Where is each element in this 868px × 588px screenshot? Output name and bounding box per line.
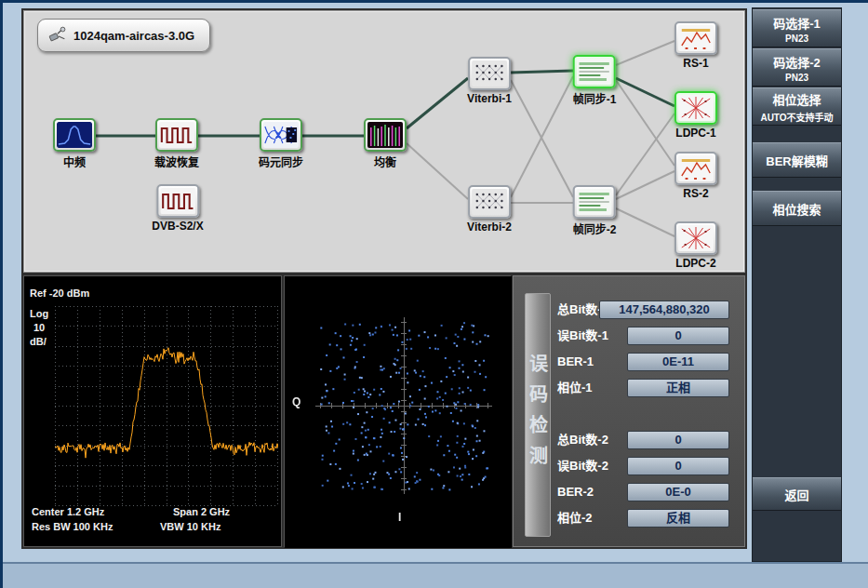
node-if[interactable]: 中频 (53, 118, 96, 169)
if-spectrum-icon (53, 118, 96, 152)
signal-title-button[interactable]: 1024qam-aircas-3.0G (37, 19, 210, 52)
frame-sync-icon (573, 185, 616, 219)
spectrum-analyzer-panel: Ref -20 dBm Log 10 dB/ Center 1.2 GHz Sp… (23, 275, 282, 547)
ldpc-decoder-icon (674, 91, 717, 125)
rs-decoder-icon (674, 152, 717, 185)
node-label: LDPC-1 (674, 127, 717, 140)
node-label: DVB-S2/X (152, 220, 203, 233)
node-label: Viterbi-1 (467, 92, 512, 105)
node-label: LDPC-2 (674, 257, 717, 270)
node-label: 载波恢复 (154, 154, 199, 169)
button-label: 码选择-2 (773, 53, 821, 71)
node-viterbi-2[interactable]: Viterbi-2 (467, 185, 512, 234)
pulse-waveform-icon (156, 184, 199, 218)
node-ldpc-2[interactable]: LDPC-2 (674, 221, 717, 270)
node-carrier-recovery[interactable]: 载波恢复 (154, 118, 199, 169)
node-label: 中频 (53, 154, 96, 169)
i-axis-label: I (398, 511, 401, 524)
function-sidebar: 码选择-1 PN23 码选择-2 PN23 相位选择 AUTO不支持手动 BER… (752, 7, 842, 562)
spectrum-vbw-label: VBW 10 KHz (160, 521, 220, 532)
ber-row-label: BER-2 (557, 483, 594, 501)
trellis-icon (468, 185, 511, 219)
main-frame: 1024qam-aircas-3.0G (21, 8, 747, 549)
sidebar-button-phase-search[interactable]: 相位搜索 (753, 191, 841, 226)
ber-row-label: 相位-1 (557, 379, 593, 397)
satellite-icon (47, 25, 68, 46)
spectrum-center-label: Center 1.2 GHz (32, 506, 104, 517)
frame-sync-icon (573, 55, 616, 88)
ldpc-decoder-icon (674, 221, 717, 255)
ber-row-value: 正相 (627, 379, 729, 397)
q-axis-label: Q (292, 395, 300, 408)
ber-detection-panel: 误码检测 总Bit数-1 147,564,880,320 误Bit数-1 0 B… (513, 275, 745, 547)
ber-row-label: BER-1 (557, 353, 594, 371)
spectrum-span-label: Span 2 GHz (173, 506, 230, 517)
eye-diagram-icon (260, 118, 302, 152)
signal-title-label: 1024qam-aircas-3.0G (73, 29, 194, 43)
flowgraph-panel: 1024qam-aircas-3.0G (23, 10, 745, 273)
constellation-panel: Q I (284, 275, 511, 547)
node-equalizer[interactable]: 均衡 (364, 118, 407, 169)
spectrum-trace-display (55, 306, 278, 506)
spectrum-scale-value: 10 (33, 322, 45, 333)
ber-row-label: 总Bit数-2 (557, 431, 608, 449)
rs-decoder-icon (674, 21, 717, 55)
comb-spectrum-icon (364, 118, 407, 152)
ber-row-value: 0E-0 (627, 483, 729, 501)
pulse-waveform-icon (155, 118, 198, 152)
node-label: 码元同步 (259, 154, 303, 169)
back-button[interactable]: 返回 (753, 477, 841, 511)
spectrum-log-label: Log (30, 308, 48, 319)
node-label: 帧同步-2 (573, 220, 617, 236)
sidebar-button-code-select-2[interactable]: 码选择-2 PN23 (753, 48, 841, 87)
node-label: 均衡 (364, 154, 407, 169)
ber-row-value: 0 (627, 431, 729, 449)
ber-row-label: 相位-2 (557, 509, 593, 528)
trellis-icon (468, 57, 511, 90)
ber-row-value: 反相 (627, 509, 729, 528)
sidebar-button-phase-select[interactable]: 相位选择 AUTO不支持手动 (753, 87, 841, 126)
spectrum-scale-unit: dB/ (30, 336, 47, 347)
app-window: 1024qam-aircas-3.0G (0, 0, 868, 588)
button-sublabel: AUTO不支持手动 (760, 110, 833, 124)
ber-vertical-title: 误码检测 (525, 293, 551, 537)
node-frame-sync-1[interactable]: 帧同步-1 (573, 55, 617, 106)
bottom-status-bar (3, 562, 868, 588)
node-ldpc-1[interactable]: LDPC-1 (674, 91, 717, 140)
ber-row-label: 误Bit数-2 (557, 457, 608, 475)
sidebar-button-ber-deambiguity[interactable]: BER解模糊 (753, 142, 841, 178)
node-label: Viterbi-2 (467, 220, 512, 234)
ber-row-value: 0E-11 (627, 353, 729, 371)
button-label: BER解模糊 (766, 152, 827, 169)
spectrum-rbw-label: Res BW 100 KHz (32, 521, 113, 532)
constellation-display (285, 276, 512, 548)
node-rs-2[interactable]: RS-2 (674, 152, 717, 200)
spectrum-ref-label: Ref -20 dBm (30, 287, 89, 299)
node-viterbi-1[interactable]: Viterbi-1 (467, 57, 512, 105)
button-sublabel: PN23 (785, 33, 808, 44)
node-label: RS-2 (674, 187, 717, 200)
button-label: 相位选择 (772, 90, 821, 108)
node-label: RS-1 (674, 57, 717, 70)
node-dvb-s2x[interactable]: DVB-S2/X (152, 184, 203, 233)
button-label: 相位搜索 (772, 200, 821, 218)
node-label: 帧同步-1 (573, 90, 617, 106)
ber-row-value: 147,564,880,320 (599, 301, 729, 319)
button-label: 码选择-1 (773, 14, 821, 32)
ber-row-value: 0 (627, 457, 729, 475)
ber-row-value: 0 (627, 327, 729, 345)
node-rs-1[interactable]: RS-1 (674, 21, 717, 70)
button-label: 返回 (784, 486, 808, 503)
node-symbol-sync[interactable]: 码元同步 (259, 118, 303, 169)
sidebar-button-code-select-1[interactable]: 码选择-1 PN23 (753, 9, 841, 47)
node-frame-sync-2[interactable]: 帧同步-2 (573, 185, 617, 236)
ber-row-label: 误Bit数-1 (557, 327, 608, 345)
button-sublabel: PN23 (785, 73, 808, 83)
